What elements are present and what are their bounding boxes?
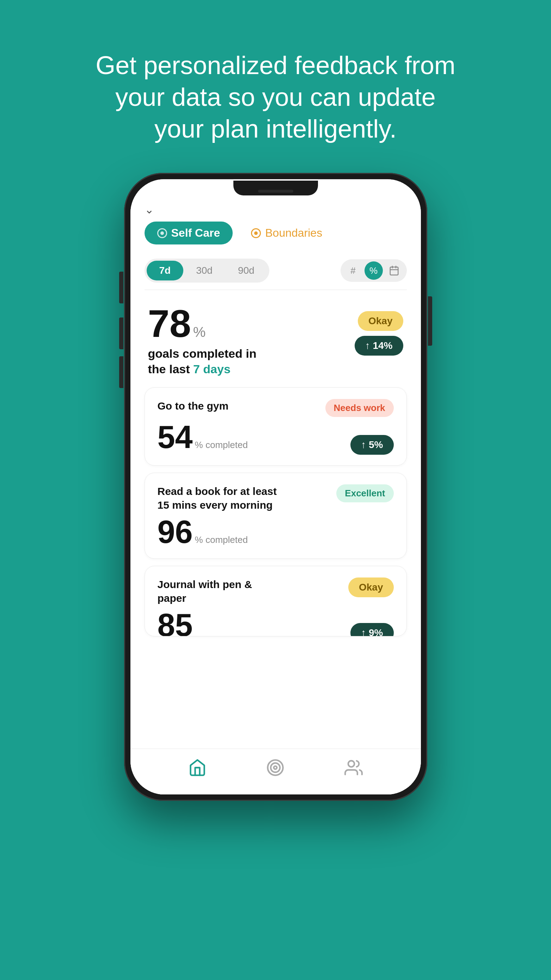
boundaries-tab-label: Boundaries <box>265 226 322 240</box>
phone-mockup: ⌄ Self Care Boundaries <box>124 173 427 801</box>
percent-view-btn[interactable]: % <box>365 261 383 280</box>
svg-point-4 <box>268 760 283 775</box>
view-options: # % <box>341 259 407 282</box>
calendar-view-btn[interactable] <box>385 261 403 280</box>
card-stat-reading: 96 % completed <box>157 516 248 548</box>
range-7d[interactable]: 7d <box>147 261 184 280</box>
range-row: 7d 30d 90d # % <box>130 251 421 290</box>
card-top-reading: Read a book for at least 15 mins every m… <box>157 484 394 512</box>
phone-shell: ⌄ Self Care Boundaries <box>124 173 427 801</box>
stat-left: 78 % goals completed in the last 7 days <box>148 304 275 377</box>
goal-card-reading: Read a book for at least 15 mins every m… <box>144 473 407 559</box>
card-change-journal: ↑ 9% <box>351 623 394 636</box>
hash-view-btn[interactable]: # <box>344 261 362 280</box>
stat-label-highlight: 7 days <box>193 362 230 376</box>
card-stat-journal: 85 <box>157 609 193 636</box>
headline-text: Get personalized feedback from your data… <box>29 0 522 173</box>
tab-self-care[interactable]: Self Care <box>144 221 233 245</box>
nav-home[interactable] <box>187 757 208 778</box>
people-icon <box>343 757 364 778</box>
svg-rect-0 <box>390 267 398 275</box>
badge-okay-journal: Okay <box>348 578 394 597</box>
range-selector: 7d 30d 90d <box>144 259 269 283</box>
change-badge: ↑ 14% <box>355 336 403 356</box>
card-num-gym: 54 <box>157 421 193 453</box>
bottom-nav <box>130 749 421 794</box>
phone-screen: ⌄ Self Care Boundaries <box>130 179 421 794</box>
badge-needs-work: Needs work <box>326 399 394 417</box>
card-bottom-journal: 85 ↑ 9% <box>157 609 394 636</box>
goal-card-gym: Go to the gym Needs work 54 % completed … <box>144 387 407 466</box>
badge-excellent: Excellent <box>336 484 394 502</box>
range-90d[interactable]: 90d <box>225 261 267 280</box>
card-bottom-reading: 96 % completed <box>157 516 394 548</box>
card-bottom-gym: 54 % completed ↑ 5% <box>157 421 394 455</box>
nav-people[interactable] <box>343 757 364 778</box>
tab-boundaries[interactable]: Boundaries <box>238 221 335 245</box>
main-stats: 78 % goals completed in the last 7 days … <box>130 290 421 384</box>
card-change-gym: ↑ 5% <box>351 435 394 455</box>
card-title-reading: Read a book for at least 15 mins every m… <box>157 484 278 512</box>
stat-value-row: 78 % <box>148 304 275 343</box>
card-sub-reading: % completed <box>195 535 248 546</box>
tabs-row: Self Care Boundaries <box>144 221 407 245</box>
svg-point-7 <box>348 760 354 767</box>
stat-label: goals completed in the last 7 days <box>148 346 275 377</box>
svg-point-6 <box>274 766 277 769</box>
cards-area: Go to the gym Needs work 54 % completed … <box>130 384 421 749</box>
card-sub-gym: % completed <box>195 439 248 450</box>
status-badge-okay: Okay <box>358 311 403 331</box>
home-icon <box>187 757 208 778</box>
chevron-row: ⌄ <box>144 204 407 215</box>
card-title-gym: Go to the gym <box>157 399 229 413</box>
card-top-journal: Journal with pen & paper Okay <box>157 578 394 605</box>
card-stat-gym: 54 % completed <box>157 421 248 453</box>
range-30d[interactable]: 30d <box>183 261 225 280</box>
phone-notch <box>233 181 318 196</box>
stat-right: Okay ↑ 14% <box>355 304 403 356</box>
svg-point-5 <box>271 763 280 772</box>
card-top-gym: Go to the gym Needs work <box>157 399 394 417</box>
card-num-reading: 96 <box>157 516 193 548</box>
stat-unit: % <box>193 324 206 340</box>
goal-card-journal: Journal with pen & paper Okay 85 ↑ 9% <box>144 566 407 636</box>
target-icon <box>265 757 286 778</box>
card-title-journal: Journal with pen & paper <box>157 578 278 605</box>
boundaries-tab-icon <box>251 228 261 238</box>
self-care-tab-label: Self Care <box>171 226 220 240</box>
stat-big-number: 78 <box>148 304 191 343</box>
nav-target[interactable] <box>265 757 286 778</box>
self-care-tab-icon <box>157 228 167 238</box>
chevron-down-icon[interactable]: ⌄ <box>144 204 154 215</box>
card-num-journal: 85 <box>157 609 193 636</box>
screen-content: ⌄ Self Care Boundaries <box>130 179 421 794</box>
